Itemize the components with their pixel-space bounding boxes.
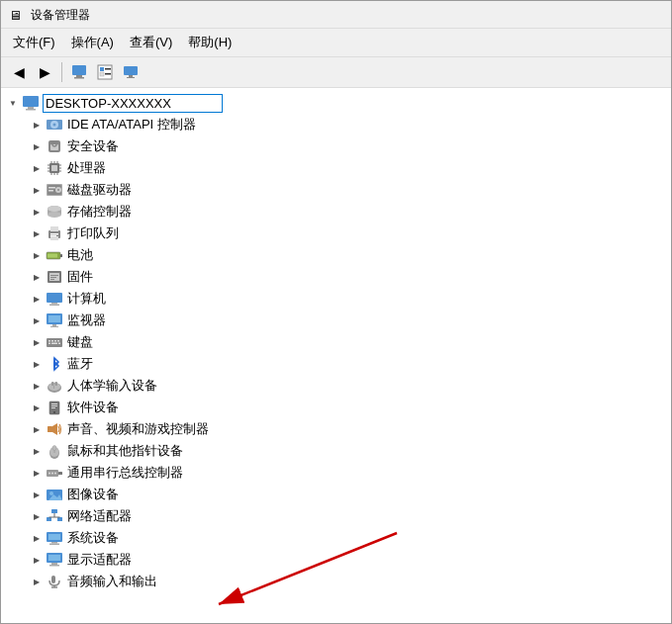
svg-point-74 <box>48 383 60 391</box>
tree-item-bluetooth[interactable]: 蓝牙 <box>1 353 671 375</box>
svg-rect-98 <box>47 517 51 521</box>
svg-rect-83 <box>48 426 52 432</box>
svg-rect-45 <box>50 233 58 235</box>
tree-item-display[interactable]: 显示适配器 <box>1 549 671 571</box>
sound-label: 声音、视频和游戏控制器 <box>67 420 209 438</box>
svg-point-95 <box>49 491 53 495</box>
svg-rect-99 <box>57 517 62 521</box>
tree-root-item[interactable] <box>1 92 671 114</box>
system-icon <box>46 529 63 547</box>
computer-icon <box>46 290 63 308</box>
back-button[interactable]: ◀ <box>7 60 31 84</box>
svg-rect-13 <box>26 109 36 111</box>
monitor-button[interactable] <box>119 60 143 84</box>
svg-rect-6 <box>100 72 104 76</box>
svg-rect-79 <box>51 403 57 404</box>
title-bar-text: 设备管理器 <box>31 7 90 24</box>
svg-rect-67 <box>54 340 56 342</box>
bluetooth-expand-icon[interactable] <box>29 356 45 372</box>
tree-item-print[interactable]: 打印队列 <box>1 223 671 244</box>
audio-label: 音频输入和输出 <box>67 573 157 590</box>
tree-item-image[interactable]: 图像设备 <box>1 484 671 505</box>
security-icon <box>46 137 63 155</box>
toolbar: ◀ ▶ <box>1 57 671 88</box>
svg-rect-66 <box>51 340 53 342</box>
svg-rect-58 <box>51 303 57 305</box>
svg-point-91 <box>48 473 50 475</box>
menu-view[interactable]: 查看(V) <box>122 31 180 54</box>
software-icon <box>46 399 63 416</box>
menu-help[interactable]: 帮助(H) <box>180 31 240 54</box>
monitor-expand-icon[interactable] <box>29 312 45 328</box>
security-expand-icon[interactable] <box>29 138 45 154</box>
storage-expand-icon[interactable] <box>29 204 45 220</box>
network-expand-icon[interactable] <box>29 508 45 524</box>
tree-item-hid[interactable]: 人体学输入设备 <box>1 375 671 397</box>
tree-item-software[interactable]: 软件设备 <box>1 397 671 418</box>
tree-item-sound[interactable]: 声音、视频和游戏控制器 <box>1 418 671 440</box>
tree-item-monitor[interactable]: 监视器 <box>1 310 671 331</box>
image-expand-icon[interactable] <box>29 487 45 502</box>
hid-expand-icon[interactable] <box>29 378 45 394</box>
forward-button[interactable]: ▶ <box>33 60 56 84</box>
hid-label: 人体学输入设备 <box>67 377 157 395</box>
svg-rect-5 <box>105 68 111 70</box>
print-expand-icon[interactable] <box>29 225 45 241</box>
image-icon <box>46 486 63 503</box>
properties-button[interactable] <box>93 60 117 84</box>
svg-rect-105 <box>49 544 59 546</box>
menu-action[interactable]: 操作(A) <box>63 31 122 54</box>
svg-rect-18 <box>50 144 58 150</box>
tree-item-keyboard[interactable]: 键盘 <box>1 331 671 353</box>
serial-label: 通用串行总线控制器 <box>67 464 183 482</box>
serial-expand-icon[interactable] <box>29 465 45 481</box>
hid-icon <box>46 377 63 395</box>
tree-item-network[interactable]: 网络适配器 <box>1 505 671 527</box>
tree-item-security[interactable]: 安全设备 <box>1 135 671 157</box>
svg-rect-4 <box>100 67 104 71</box>
display-expand-icon[interactable] <box>29 552 45 568</box>
ide-label: IDE ATA/ATAPI 控制器 <box>67 116 196 134</box>
svg-rect-97 <box>51 509 57 513</box>
audio-expand-icon[interactable] <box>29 574 45 589</box>
tree-item-serial[interactable]: 通用串行总线控制器 <box>1 462 671 484</box>
tree-item-firmware[interactable]: 固件 <box>1 266 671 288</box>
bluetooth-icon <box>46 355 63 373</box>
computer-button[interactable] <box>67 60 91 84</box>
firmware-expand-icon[interactable] <box>29 269 45 285</box>
battery-expand-icon[interactable] <box>29 247 45 263</box>
menu-file[interactable]: 文件(F) <box>5 31 63 54</box>
keyboard-expand-icon[interactable] <box>29 334 45 350</box>
computer-expand-icon[interactable] <box>29 291 45 307</box>
svg-rect-8 <box>124 66 138 75</box>
tree-item-storage[interactable]: 存储控制器 <box>1 201 671 223</box>
device-manager-window: 🖥 设备管理器 文件(F) 操作(A) 查看(V) 帮助(H) ◀ ▶ <box>0 0 672 624</box>
sound-expand-icon[interactable] <box>29 421 45 437</box>
tree-item-computer[interactable]: 计算机 <box>1 288 671 310</box>
tree-item-ide[interactable]: IDE ATA/ATAPI 控制器 <box>1 114 671 135</box>
mouse-expand-icon[interactable] <box>29 443 45 459</box>
title-bar: 🖥 设备管理器 <box>1 1 671 29</box>
root-name-input[interactable] <box>44 95 222 112</box>
storage-label: 存储控制器 <box>67 203 132 221</box>
svg-rect-54 <box>50 275 58 276</box>
software-expand-icon[interactable] <box>29 400 45 415</box>
monitor-icon <box>46 312 63 329</box>
tree-item-cpu[interactable]: 处理器 <box>1 157 671 179</box>
tree-item-system[interactable]: 系统设备 <box>1 527 671 549</box>
firmware-icon <box>46 268 63 286</box>
disk-expand-icon[interactable] <box>29 182 45 198</box>
system-expand-icon[interactable] <box>29 530 45 546</box>
ide-expand-icon[interactable] <box>29 117 45 133</box>
cpu-expand-icon[interactable] <box>29 160 45 176</box>
computer-label: 计算机 <box>67 290 106 308</box>
software-label: 软件设备 <box>67 399 119 416</box>
tree-item-mouse[interactable]: 鼠标和其他指针设备 <box>1 440 671 462</box>
root-expand-icon[interactable] <box>5 95 21 111</box>
tree-item-battery[interactable]: 电池 <box>1 244 671 266</box>
tree-item-disk[interactable]: 磁盘驱动器 <box>1 179 671 201</box>
svg-rect-39 <box>48 190 53 192</box>
tree-item-audio[interactable]: 音频输入和输出 <box>1 571 671 592</box>
svg-rect-57 <box>47 293 62 303</box>
svg-point-88 <box>52 446 56 451</box>
